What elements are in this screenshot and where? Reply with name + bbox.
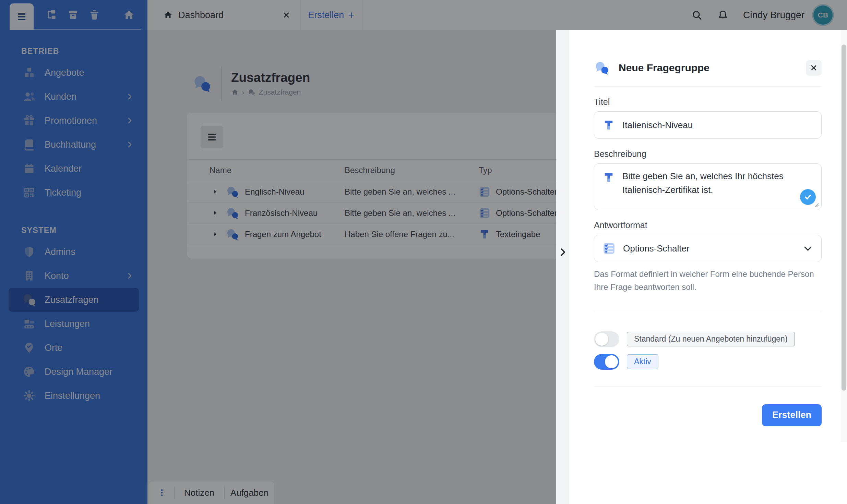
text-type-icon (603, 119, 615, 131)
beschreibung-textarea[interactable]: Bitte geben Sie an, welches Ihr höchstes… (594, 163, 822, 210)
aktiv-toggle-label: Aktiv (627, 354, 658, 369)
drawer-header: Neue Fragegruppe (594, 60, 822, 76)
antwortformat-label: Antwortformat (594, 220, 822, 230)
standard-toggle[interactable] (594, 331, 619, 347)
close-icon (810, 64, 818, 72)
aktiv-toggle[interactable] (594, 354, 619, 370)
antwortformat-value: Options-Schalter (623, 243, 690, 254)
options-list-icon (603, 242, 616, 255)
drawer-title: Neue Fragegruppe (619, 62, 709, 74)
close-drawer-button[interactable] (806, 60, 822, 76)
app-root: BETRIEB Angebote Kunden Promotionen Buch… (0, 0, 847, 504)
drawer-divider (594, 86, 822, 87)
aktiv-toggle-row: Aktiv (594, 354, 822, 370)
beschreibung-label: Beschreibung (594, 149, 822, 159)
chat-bubbles-icon (594, 60, 610, 76)
drawer-rail (556, 30, 569, 504)
text-type-icon (603, 171, 615, 184)
titel-input[interactable]: Italienisch-Niveau (594, 111, 822, 139)
toggle-knob (605, 355, 618, 368)
scrollbar-thumb[interactable] (842, 45, 846, 391)
erstellen-button[interactable]: Erstellen (762, 404, 822, 426)
titel-label: Titel (594, 97, 822, 107)
modal-scrim (556, 0, 847, 30)
chevron-right-icon (557, 247, 568, 258)
antwortformat-select[interactable]: Options-Schalter (594, 235, 822, 262)
standard-toggle-label: Standard (Zu neuen Angeboten hinzufügen) (627, 332, 795, 346)
drawer-scrollbar[interactable] (841, 30, 847, 442)
collapse-drawer-button[interactable] (556, 243, 569, 261)
toggle-knob (595, 333, 608, 346)
antwortformat-help-text: Das Format definiert in welcher Form ein… (594, 268, 822, 294)
beschreibung-value: Bitte geben Sie an, welches Ihr höchstes… (622, 169, 797, 197)
drawer-actions: Erstellen (594, 404, 822, 426)
new-question-group-drawer: Neue Fragegruppe Titel Italienisch-Nivea… (556, 30, 847, 504)
standard-toggle-row: Standard (Zu neuen Angeboten hinzufügen) (594, 331, 822, 347)
drawer-body: Neue Fragegruppe Titel Italienisch-Nivea… (594, 30, 822, 426)
resize-grip-icon[interactable] (812, 200, 820, 208)
modal-scrim (0, 0, 556, 504)
chevron-down-icon (803, 243, 813, 254)
titel-value: Italienisch-Niveau (622, 120, 693, 131)
drawer-divider (594, 386, 822, 386)
drawer-divider (594, 312, 822, 312)
